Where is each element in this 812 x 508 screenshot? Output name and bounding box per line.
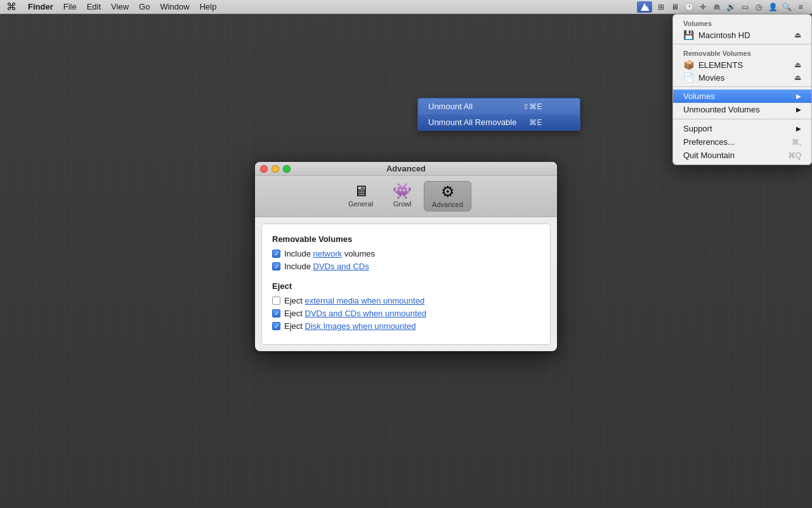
eject-dvds-checkbox[interactable] bbox=[272, 309, 280, 318]
removable-section-label: Removable Volumes bbox=[673, 47, 811, 58]
growl-icon: 👾 bbox=[393, 184, 412, 199]
include-dvds-label: Include DVDs and CDs bbox=[284, 262, 369, 271]
user-icon[interactable]: 👤 bbox=[766, 0, 779, 14]
elements-icon: 📦 bbox=[683, 60, 693, 70]
support-item[interactable]: Support ▶ bbox=[673, 122, 811, 135]
include-network-row: Include network volumes bbox=[272, 249, 540, 258]
include-network-label: Include network volumes bbox=[284, 249, 375, 258]
growl-label: Growl bbox=[393, 200, 412, 208]
growl-tab[interactable]: 👾 Growl bbox=[383, 181, 421, 211]
preferences-item[interactable]: Preferences... ⌘, bbox=[673, 135, 811, 149]
removable-volumes-title: Removable Volumes bbox=[272, 234, 540, 244]
eject-disk-images-label: Eject Disk Images when unmounted bbox=[284, 321, 416, 331]
hd-icon: 💾 bbox=[683, 30, 693, 40]
volume-icon[interactable]: 🔊 bbox=[724, 0, 737, 14]
external-media-highlight: external media when unmounted bbox=[305, 296, 425, 305]
menubar-left: ⌘ Finder File Edit View Go Window Help bbox=[0, 0, 221, 13]
macintosh-hd-label: Macintosh HD bbox=[698, 30, 750, 40]
window-content: Removable Volumes Include network volume… bbox=[261, 224, 551, 345]
eject-disk-images-checkbox[interactable] bbox=[272, 322, 280, 330]
maximize-button[interactable] bbox=[283, 165, 291, 173]
movies-icon: 📄 bbox=[683, 72, 693, 83]
eject-title: Eject bbox=[272, 281, 540, 291]
clock-icon[interactable]: ◷ bbox=[752, 0, 765, 14]
window-toolbar: 🖥 General 👾 Growl ⚙ Advanced bbox=[255, 176, 557, 217]
search-icon[interactable]: 🔍 bbox=[780, 0, 793, 14]
include-dvds-row: Include DVDs and CDs bbox=[272, 262, 540, 271]
separator-3 bbox=[673, 119, 811, 119]
include-network-checkbox[interactable] bbox=[272, 250, 280, 258]
eject-external-label: Eject external media when unmounted bbox=[284, 296, 424, 305]
support-arrow-icon: ▶ bbox=[796, 125, 801, 132]
finder-menu[interactable]: Finder bbox=[23, 0, 58, 13]
eject-section: Eject Eject external media when unmounte… bbox=[272, 281, 540, 331]
include-dvds-checkbox[interactable] bbox=[272, 262, 280, 271]
window-controls bbox=[260, 165, 291, 173]
minimize-button[interactable] bbox=[272, 165, 279, 173]
eject-external-row: Eject external media when unmounted bbox=[272, 296, 540, 305]
quit-mountain-item[interactable]: Quit Mountain ⌘Q bbox=[673, 149, 811, 162]
wifi-icon[interactable]: ⋒ bbox=[710, 0, 723, 14]
mountain-icon[interactable] bbox=[637, 1, 652, 13]
window-titlebar: Advanced bbox=[255, 162, 557, 176]
elements-eject-icon[interactable]: ⏏ bbox=[794, 60, 801, 69]
volumes-section-label: Volumes bbox=[673, 17, 811, 29]
dropdown-menu: Volumes 💾 Macintosh HD ⏏ Removable Volum… bbox=[672, 14, 812, 165]
move-icon[interactable]: ✛ bbox=[697, 0, 709, 14]
movies-label: Movies bbox=[698, 73, 724, 83]
unmount-all-item[interactable]: Unmount All ⇧⌘E bbox=[418, 98, 580, 114]
movies-eject-icon[interactable]: ⏏ bbox=[794, 73, 801, 82]
close-button[interactable] bbox=[260, 165, 268, 173]
macintosh-hd-item[interactable]: 💾 Macintosh HD ⏏ bbox=[673, 29, 811, 41]
menubar: ⌘ Finder File Edit View Go Window Help ⊞… bbox=[0, 0, 812, 14]
time-machine-icon[interactable]: 🕐 bbox=[683, 0, 695, 14]
window-menu[interactable]: Window bbox=[155, 0, 194, 13]
file-menu[interactable]: File bbox=[58, 0, 82, 13]
help-menu[interactable]: Help bbox=[195, 0, 222, 13]
eject-disk-images-row: Eject Disk Images when unmounted bbox=[272, 321, 540, 331]
context-mini-menu-wrapper: Unmount All ⇧⌘E Unmount All Removable ⌘E bbox=[417, 98, 580, 131]
preferences-shortcut: ⌘, bbox=[792, 138, 801, 147]
monitor-icon[interactable]: 🖥 bbox=[669, 0, 681, 14]
volumes-arrow-icon: ▶ bbox=[796, 93, 801, 100]
quit-mountain-label: Quit Mountain bbox=[683, 150, 735, 160]
eject-external-checkbox[interactable] bbox=[272, 297, 280, 305]
advanced-icon: ⚙ bbox=[441, 184, 455, 199]
unmounted-arrow-icon: ▶ bbox=[796, 106, 801, 113]
network-highlight: network bbox=[313, 249, 343, 258]
menubar-right: ⊞ 🖥 🕐 ✛ ⋒ 🔊 ▭ ◷ 👤 🔍 ≡ bbox=[636, 0, 812, 13]
general-icon: 🖥 bbox=[353, 184, 369, 199]
preferences-label: Preferences... bbox=[683, 137, 735, 147]
apple-menu[interactable]: ⌘ bbox=[0, 0, 23, 13]
dvds-highlight: DVDs and CDs bbox=[313, 262, 369, 271]
unmount-all-removable-item[interactable]: Unmount All Removable ⌘E bbox=[418, 114, 580, 130]
volumes-menu-item[interactable]: Volumes ▶ bbox=[673, 90, 811, 103]
movies-item[interactable]: 📄 Movies ⏏ bbox=[673, 71, 811, 84]
support-label: Support bbox=[683, 124, 712, 133]
advanced-label: Advanced bbox=[432, 201, 463, 208]
advanced-tab[interactable]: ⚙ Advanced bbox=[424, 181, 471, 211]
disk-images-highlight: Disk Images when unmounted bbox=[305, 321, 416, 331]
volumes-menu-label: Volumes bbox=[683, 91, 715, 101]
edit-menu[interactable]: Edit bbox=[82, 0, 106, 13]
eject-dvds-row: Eject DVDs and CDs when unmounted bbox=[272, 309, 540, 318]
unmounted-volumes-label: Unmounted Volumes bbox=[683, 105, 760, 114]
quit-shortcut: ⌘Q bbox=[788, 151, 801, 160]
battery-icon[interactable]: ▭ bbox=[738, 0, 751, 14]
pref-window: Advanced 🖥 General 👾 Growl ⚙ Advanced Re… bbox=[255, 162, 557, 351]
general-tab[interactable]: 🖥 General bbox=[341, 181, 381, 211]
elements-item[interactable]: 📦 ELEMENTS ⏏ bbox=[673, 58, 811, 71]
separator-2 bbox=[673, 86, 811, 87]
window-title: Advanced bbox=[386, 164, 426, 173]
grid-icon[interactable]: ⊞ bbox=[655, 0, 667, 14]
go-menu[interactable]: Go bbox=[134, 0, 155, 13]
notification-icon[interactable]: ≡ bbox=[794, 0, 807, 14]
eject-dvds-label: Eject DVDs and CDs when unmounted bbox=[284, 309, 426, 318]
view-menu[interactable]: View bbox=[106, 0, 134, 13]
dvds-eject-highlight: DVDs and CDs when unmounted bbox=[305, 309, 427, 318]
unmounted-volumes-item[interactable]: Unmounted Volumes ▶ bbox=[673, 103, 811, 116]
context-mini-menu: Unmount All ⇧⌘E Unmount All Removable ⌘E bbox=[417, 98, 580, 131]
separator-1 bbox=[673, 44, 811, 44]
general-label: General bbox=[348, 200, 373, 208]
hd-eject-icon[interactable]: ⏏ bbox=[794, 30, 801, 39]
